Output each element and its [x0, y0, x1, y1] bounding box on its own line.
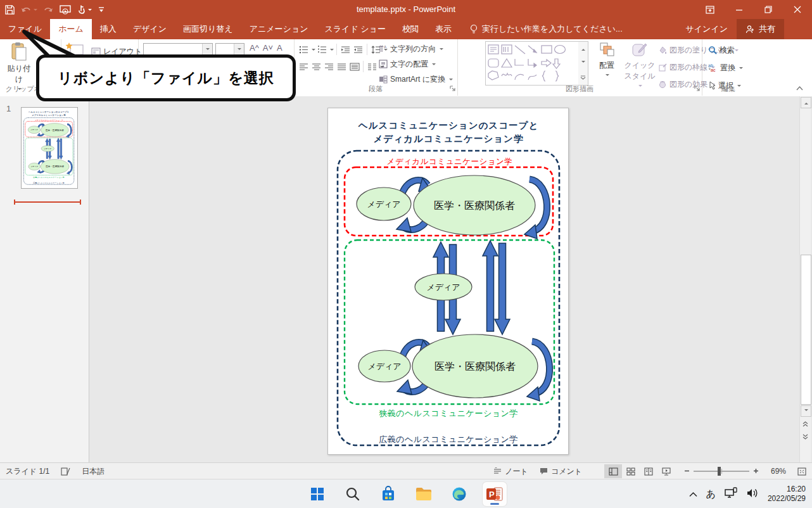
network-status-button[interactable] — [725, 487, 737, 501]
distribute-text-button[interactable] — [348, 61, 360, 72]
shrink-font-button[interactable]: A˅ — [263, 43, 273, 53]
annotation-underline — [14, 200, 81, 205]
tab-transitions[interactable]: 画面切り替え — [175, 19, 241, 39]
numbering-button[interactable] — [316, 44, 328, 55]
numbering-caret[interactable] — [330, 49, 334, 53]
taskbar-clock[interactable]: 16:20 2022/05/29 — [768, 485, 806, 504]
decrease-indent-button[interactable] — [339, 44, 352, 55]
zoom-in-button[interactable] — [753, 467, 759, 476]
minimize-button[interactable] — [725, 0, 754, 19]
ribbon-display-options-icon — [706, 6, 714, 14]
arrange-caret[interactable] — [606, 74, 609, 78]
align-right-button[interactable] — [323, 61, 335, 72]
text-direction-button[interactable]: A 文字列の方向 — [379, 42, 453, 56]
windows-start-icon — [310, 486, 325, 502]
align-left-button[interactable] — [298, 61, 310, 72]
close-button[interactable] — [783, 0, 812, 19]
align-text-icon — [379, 60, 388, 68]
align-text-caret[interactable] — [432, 63, 436, 67]
language-status[interactable]: 日本語 — [76, 463, 110, 479]
tell-me-box[interactable]: 実行したい作業を入力してください... — [470, 19, 623, 39]
paragraph-dialog-launcher[interactable] — [450, 84, 455, 93]
tab-review[interactable]: 校閲 — [394, 19, 427, 39]
find-button[interactable]: 検索 — [708, 43, 743, 57]
bullets-caret[interactable] — [312, 49, 315, 53]
previous-slide-button[interactable] — [801, 419, 809, 428]
zoom-slider-thumb[interactable] — [718, 467, 721, 476]
comments-button[interactable]: コメント — [534, 463, 588, 479]
gallery-up-button[interactable] — [581, 47, 585, 51]
file-explorer-button[interactable] — [412, 482, 436, 506]
share-button[interactable]: 共有 — [737, 19, 784, 39]
slideshow-view-button[interactable] — [657, 464, 675, 478]
scroll-down-button[interactable] — [801, 405, 811, 417]
justify-button[interactable] — [336, 61, 348, 72]
close-icon — [794, 6, 801, 13]
zoom-level[interactable]: 69% — [759, 463, 792, 479]
vertical-scrollbar[interactable] — [799, 96, 811, 462]
align-text-button[interactable]: 文字の配置 — [379, 57, 453, 71]
workspace: 1 — [0, 96, 812, 462]
scrollbar-thumb[interactable] — [801, 255, 811, 405]
ribbon-display-options-button[interactable] — [695, 0, 725, 19]
collapse-ribbon-button[interactable] — [796, 84, 803, 92]
slide-counter[interactable]: スライド 1/1 — [0, 463, 55, 479]
taskbar-center-icons: P — [305, 479, 507, 508]
start-button[interactable] — [305, 482, 329, 506]
smartart-icon — [379, 75, 388, 84]
normal-view-button[interactable] — [604, 464, 622, 478]
status-bar: スライド 1/1 日本語 ノート コメント — [0, 462, 812, 479]
quick-styles-button[interactable]: クイック スタイル — [623, 42, 656, 91]
clear-formatting-button[interactable]: A — [277, 43, 282, 53]
notes-button[interactable]: ノート — [488, 463, 534, 479]
replace-caret[interactable] — [739, 67, 743, 71]
convert-smartart-label: SmartArt に変換 — [390, 74, 445, 85]
zoom-slider[interactable] — [694, 471, 749, 472]
scroll-up-button[interactable] — [801, 97, 811, 108]
edge-button[interactable] — [447, 482, 471, 506]
quick-styles-label-1: クイック — [623, 60, 656, 71]
tab-slideshow[interactable]: スライド ショー — [316, 19, 393, 39]
tab-animations[interactable]: アニメーション — [241, 19, 317, 39]
grow-font-button[interactable]: A^ — [250, 43, 259, 53]
columns-button[interactable] — [366, 61, 378, 72]
smartart-caret[interactable] — [449, 79, 453, 82]
drawing-dialog-launcher[interactable] — [694, 84, 700, 93]
increase-indent-button[interactable] — [352, 44, 364, 55]
slide-thumbnail[interactable] — [21, 107, 78, 189]
replace-button[interactable]: abac 置換 — [708, 61, 743, 75]
system-tray: あ 16:20 2022/05/29 — [689, 479, 806, 508]
tab-design[interactable]: デザイン — [125, 19, 175, 39]
shapes-gallery[interactable] — [485, 41, 579, 86]
proofing-button[interactable] — [55, 463, 76, 479]
zoom-out-button[interactable] — [684, 467, 690, 476]
slide-thumbnail-panel: 1 — [0, 96, 89, 462]
next-slide-button[interactable] — [801, 432, 809, 441]
volume-button[interactable] — [746, 488, 759, 501]
tab-view[interactable]: 表示 — [427, 19, 460, 39]
editing-group-label: 編集 — [702, 84, 755, 94]
slide-sorter-view-button[interactable] — [622, 464, 640, 478]
arrange-button[interactable]: 配置 — [593, 42, 621, 80]
slide-canvas[interactable] — [327, 108, 569, 455]
gallery-down-button[interactable] — [581, 61, 585, 65]
fit-slide-button[interactable] — [792, 463, 812, 479]
reading-view-button[interactable] — [640, 464, 657, 478]
find-label: 検索 — [720, 45, 735, 56]
shape-fill-icon — [659, 46, 667, 54]
arrange-icon — [599, 42, 615, 58]
bullets-button[interactable] — [298, 44, 310, 55]
align-center-button[interactable] — [310, 61, 322, 72]
microsoft-store-button[interactable] — [376, 482, 400, 506]
text-direction-caret[interactable] — [440, 48, 443, 52]
zoom-in-icon — [753, 468, 759, 474]
sign-in-button[interactable]: サインイン — [676, 19, 737, 39]
ime-mode-indicator[interactable]: あ — [706, 488, 716, 500]
powerpoint-icon: P — [486, 486, 503, 502]
tabrow-spacer — [623, 19, 677, 39]
tray-expand-button[interactable] — [689, 488, 697, 500]
powerpoint-taskbar-button[interactable]: P — [483, 482, 507, 506]
restore-button[interactable] — [754, 0, 783, 19]
search-button[interactable] — [341, 482, 365, 506]
gallery-more-button[interactable] — [580, 75, 586, 80]
